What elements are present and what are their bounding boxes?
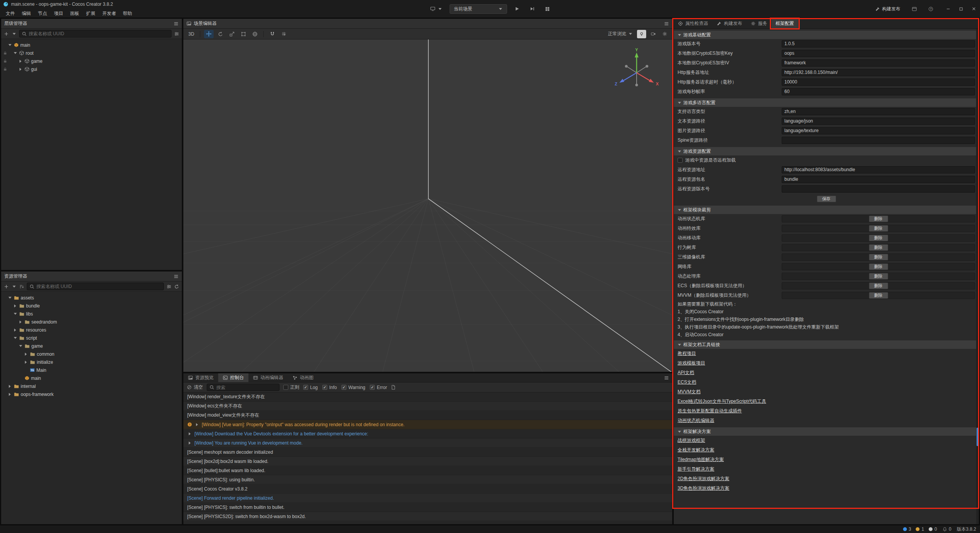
refresh-icon[interactable]: [174, 284, 179, 289]
expand-caret-icon[interactable]: [7, 384, 12, 389]
expand-caret-icon[interactable]: [13, 327, 18, 332]
rotate-tool-button[interactable]: [216, 30, 225, 38]
asset-item-main-ts[interactable]: TSMain: [1, 366, 182, 374]
asset-item-libs[interactable]: libs: [1, 310, 182, 318]
step-button[interactable]: [527, 4, 538, 14]
regex-toggle[interactable]: 正则: [283, 384, 299, 391]
hierarchy-item-root[interactable]: root: [1, 49, 182, 57]
warning-checkbox[interactable]: ✓: [341, 385, 346, 390]
sort-icon[interactable]: [19, 284, 24, 289]
hamburger-menu-icon[interactable]: [173, 21, 179, 26]
log-row[interactable]: [Scene] [PHYSICS]: switch from builtin t…: [183, 503, 672, 512]
remote-url-input[interactable]: http://localhost:8083/assets/bundle: [782, 166, 975, 173]
maximize-button[interactable]: [959, 7, 963, 11]
gizmo-space-button[interactable]: [250, 30, 260, 38]
scene-settings-button[interactable]: [660, 30, 669, 38]
texture-path-input[interactable]: language/texture: [782, 127, 975, 134]
expand-caret-icon[interactable]: [13, 311, 18, 316]
menu-file[interactable]: 文件: [2, 10, 18, 17]
asset-item-script[interactable]: script: [1, 334, 182, 342]
hamburger-menu-icon[interactable]: [664, 375, 669, 381]
section-header-i18n[interactable]: 游戏多语言配置: [674, 98, 979, 107]
log-row[interactable]: [Scene] meshopt wasm decoder initialized: [183, 448, 672, 457]
http-timeout-input[interactable]: 10000: [782, 78, 975, 86]
link-war-chess[interactable]: 战棋游戏框架: [674, 436, 979, 445]
log-row[interactable]: [Window] Download the Vue Devtools exten…: [183, 429, 672, 438]
spine-path-input[interactable]: [782, 137, 975, 144]
move-tool-button[interactable]: [204, 30, 214, 38]
chevron-down-icon[interactable]: [11, 31, 16, 36]
json-path-input[interactable]: language/json: [782, 118, 975, 125]
save-button[interactable]: 保存: [817, 196, 836, 202]
delete-button-module-mvvm[interactable]: 删除: [869, 292, 888, 299]
expand-caret-icon[interactable]: [7, 392, 12, 397]
asset-item-oops-framework[interactable]: oops-framework: [1, 390, 182, 398]
delete-button-module-ecs[interactable]: 删除: [869, 283, 888, 289]
log-row[interactable]: [Window] render_texture文件夹不存在: [183, 392, 672, 402]
snap-toggle-button[interactable]: [268, 30, 277, 38]
scrollbar-track[interactable]: [976, 29, 979, 524]
menu-edit[interactable]: 编辑: [18, 10, 34, 17]
menu-project[interactable]: 项目: [51, 10, 67, 17]
link-tutorial-project[interactable]: 教程项目: [674, 349, 979, 358]
scene-select[interactable]: 当前场景: [450, 4, 507, 14]
log-checkbox[interactable]: ✓: [303, 385, 308, 390]
filter-icon[interactable]: [174, 31, 179, 36]
console-tab-asset-preview[interactable]: 资源预览: [183, 373, 218, 382]
info-checkbox[interactable]: ✓: [322, 385, 327, 390]
scene-light-toggle[interactable]: [637, 30, 646, 38]
asset-item-initialize[interactable]: initialize: [1, 358, 182, 366]
link-tiledmap[interactable]: Tiledmap地图解决方案: [674, 455, 979, 464]
expand-caret-icon[interactable]: [13, 51, 18, 56]
minimize-button[interactable]: [946, 7, 951, 11]
hierarchy-search[interactable]: [19, 30, 172, 38]
hierarchy-item-game[interactable]: game: [1, 57, 182, 65]
link-api-doc[interactable]: API文档: [674, 368, 979, 378]
close-button[interactable]: [972, 7, 976, 11]
filter-error[interactable]: ✓Error: [370, 385, 387, 390]
link-rpg-2d[interactable]: 2D角色扮演游戏解决方案: [674, 474, 979, 484]
link-ecs-doc[interactable]: ECS文档: [674, 378, 979, 387]
scale-tool-button[interactable]: [227, 30, 237, 38]
log-row[interactable]: [Scene] [PHYSICS2D]: switch from box2d-w…: [183, 512, 672, 521]
expand-caret-icon[interactable]: [18, 319, 23, 324]
section-header-res[interactable]: 游戏资源配置: [674, 147, 979, 155]
filter-icon[interactable]: [167, 284, 172, 289]
asset-item-resources[interactable]: resources: [1, 326, 182, 334]
menu-help[interactable]: 帮助: [119, 10, 136, 17]
expand-caret-icon[interactable]: [23, 360, 28, 365]
http-server-input[interactable]: http://192.168.0.150/main/: [782, 69, 975, 76]
hamburger-menu-icon[interactable]: [664, 21, 669, 26]
log-row[interactable]: [Scene] [PHYSICS]: using builtin.: [183, 475, 672, 484]
error-checkbox[interactable]: ✓: [370, 385, 375, 390]
delete-button-module-network[interactable]: 删除: [869, 263, 888, 270]
status-count-info[interactable]: 3: [903, 526, 911, 532]
section-header-docs[interactable]: 框架文档工具链接: [674, 340, 979, 349]
section-header-solutions[interactable]: 框架解决方案: [674, 427, 979, 436]
help-button[interactable]: ?: [926, 4, 936, 14]
preview-platform-button[interactable]: [428, 4, 445, 14]
hamburger-menu-icon[interactable]: [173, 274, 179, 279]
inspector-tab-service[interactable]: 服务: [746, 19, 771, 28]
add-asset-button[interactable]: [4, 284, 9, 289]
link-anim-state-editor[interactable]: 动画状态机编辑器: [674, 416, 979, 425]
log-row[interactable]: [Window] ecs文件夹不存在: [183, 402, 672, 411]
console-search[interactable]: [207, 384, 279, 391]
scene-camera-button[interactable]: [648, 30, 658, 38]
regex-checkbox[interactable]: [283, 385, 288, 390]
delete-button-module-anim-state[interactable]: 删除: [869, 216, 888, 222]
preview-window-button[interactable]: [909, 4, 920, 14]
delete-button-module-anim-move[interactable]: 删除: [869, 235, 888, 241]
scene-viewport[interactable]: Y X Z: [183, 39, 672, 372]
asset-item-game[interactable]: game: [1, 342, 182, 350]
delete-button-module-behavior-tree[interactable]: 删除: [869, 244, 888, 251]
hierarchy-search-input[interactable]: [29, 31, 169, 36]
menu-extension[interactable]: 扩展: [83, 10, 99, 17]
hierarchy-item-main[interactable]: main: [1, 41, 182, 49]
asset-item-seedrandom[interactable]: seedrandom: [1, 318, 182, 326]
log-row[interactable]: [Scene] Cocos Creator v3.8.2: [183, 484, 672, 494]
crypto-iv-input[interactable]: framework: [782, 59, 975, 67]
view-mode-select[interactable]: 正常浏览: [606, 30, 635, 38]
link-excel-tool[interactable]: Excel格式转Json文件与TypeScript代码工具: [674, 397, 979, 406]
chevron-down-icon[interactable]: [11, 284, 16, 289]
